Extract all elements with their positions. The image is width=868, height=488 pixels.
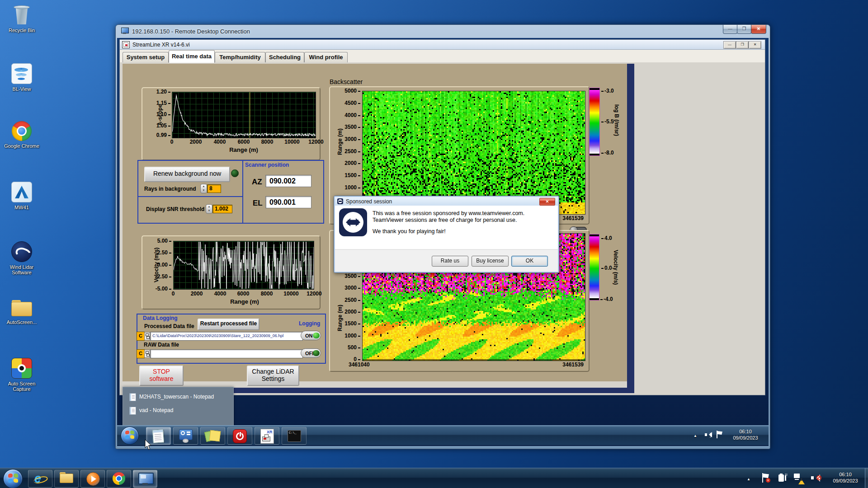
- change-lidar-settings-button[interactable]: Change LiDARSettings: [247, 366, 299, 386]
- axis-tick: 3500: [341, 273, 360, 279]
- show-desktop-button[interactable]: [865, 468, 868, 488]
- remote-clock[interactable]: 06:10 09/09/2023: [725, 428, 766, 441]
- axis-tick: 4000: [211, 139, 229, 145]
- rdp-titlebar[interactable]: 192.168.0.150 - Remote Desktop Connectio…: [116, 25, 770, 38]
- taskbar-chrome-button[interactable]: [107, 470, 131, 488]
- axis-tick: 0: [164, 291, 182, 296]
- tab-wind-profile[interactable]: Wind profile: [304, 52, 348, 62]
- snr-value[interactable]: 1.002: [212, 205, 232, 213]
- volume-icon[interactable]: [705, 432, 712, 438]
- app-titlebar[interactable]: StreamLine XR v14-6.vi — ❐ ✕: [120, 40, 765, 50]
- network-icon[interactable]: [794, 474, 805, 483]
- velocity-plot[interactable]: [173, 241, 314, 290]
- processed-data-file-label: Processed Data file: [144, 323, 194, 329]
- rays-value[interactable]: 8: [207, 184, 221, 193]
- chrome-icon: [113, 472, 125, 485]
- rate-us-button[interactable]: Rate us: [432, 256, 468, 267]
- processed-path-type-icon: [144, 332, 150, 340]
- tray-expand-icon[interactable]: ▲: [693, 433, 697, 439]
- axis-tick: 3000: [341, 136, 360, 142]
- remote-start-button[interactable]: [121, 427, 139, 445]
- snr-spinner[interactable]: ▲▼: [206, 204, 212, 214]
- velocity-colorbar-label: Velocity (m/s): [613, 239, 619, 296]
- tab-temp-humidity[interactable]: Temp/humidity: [215, 52, 265, 62]
- processed-logging-toggle[interactable]: ON: [301, 331, 321, 340]
- axis-tick: 2000: [188, 291, 206, 296]
- desktop-icon-wind-lidar[interactable]: Wind Lidar Software: [1, 241, 42, 275]
- tray-expand-icon[interactable]: ▲: [747, 476, 750, 483]
- app-minimize-button[interactable]: —: [723, 41, 736, 49]
- rdp-window-title: 192.168.0.150 - Remote Desktop Connectio…: [132, 28, 250, 35]
- axis-tick: 1000: [341, 185, 360, 190]
- dialog-close-button[interactable]: ✕: [539, 198, 555, 206]
- raw-path-field[interactable]: [150, 349, 303, 358]
- taskbar-rdp-button[interactable]: [133, 470, 157, 488]
- desktop-icon-google-chrome[interactable]: Google Chrome: [1, 121, 42, 149]
- rdp-close-button[interactable]: ✕: [751, 25, 766, 34]
- xr-app-icon: XR: [260, 429, 274, 444]
- off-led: [313, 350, 320, 356]
- snr-threshold-label: Display SNR threshold: [146, 206, 204, 212]
- rdp-window: 192.168.0.150 - Remote Desktop Connectio…: [115, 24, 770, 449]
- taskbar-xr-app-button[interactable]: XR: [255, 427, 279, 445]
- dialog-titlebar[interactable]: Sponsored session ✕: [335, 197, 558, 206]
- desktop-icon-auto-screen-capture[interactable]: Auto Screen Capture: [1, 358, 42, 392]
- jumplist-item[interactable]: M2HATS_towerscan - Notepad: [127, 391, 230, 403]
- command-prompt-icon: C:\_: [288, 430, 301, 442]
- axis-tick: 5.00: [152, 238, 171, 244]
- taskbar-display-settings-button[interactable]: [173, 427, 198, 445]
- ascope-xlabel: Range (m): [210, 146, 278, 153]
- restart-processed-file-button[interactable]: Restart processed file: [198, 319, 259, 330]
- axis-tick: 2.50: [152, 250, 171, 255]
- desktop-icon-autoscreen-folder[interactable]: AutoScreen...: [1, 300, 42, 325]
- el-value[interactable]: 090.001: [265, 196, 311, 208]
- desktop-icon-bl-view[interactable]: BL-View: [1, 63, 42, 92]
- desktop: Recycle Bin BL-View Google Chrome MW41 W…: [0, 0, 868, 488]
- renew-background-button[interactable]: Renew background now: [144, 167, 230, 182]
- teamviewer-logo: [339, 208, 367, 236]
- action-center-flag-icon[interactable]: [717, 431, 723, 438]
- ok-button[interactable]: OK: [511, 256, 548, 267]
- notepad-icon: [129, 393, 136, 401]
- tab-real-time-data[interactable]: Real time data: [169, 50, 215, 63]
- rdp-maximize-button[interactable]: ❐: [737, 25, 751, 34]
- buy-license-button[interactable]: Buy license: [472, 256, 509, 267]
- action-center-flag-icon[interactable]: x: [762, 473, 770, 483]
- logging-label: Logging: [299, 320, 320, 327]
- taskbar-explorer-button[interactable]: [54, 470, 79, 488]
- desktop-icon-mw41[interactable]: MW41: [1, 182, 42, 210]
- notepad-jumplist: M2HATS_towerscan - Notepad vad - Notepad: [123, 387, 234, 426]
- remote-desktop: StreamLine XR v14-6.vi — ❐ ✕ System setu…: [117, 38, 769, 446]
- auto-screen-capture-icon: [11, 358, 32, 379]
- dialog-footer: Rate us Buy license OK: [335, 249, 558, 272]
- host-clock[interactable]: 06:10 09/09/2023: [826, 471, 864, 484]
- taskbar-shutdown-app-button[interactable]: [227, 427, 252, 445]
- taskbar-ie-button[interactable]: e: [28, 470, 52, 488]
- az-label: AZ: [252, 178, 262, 187]
- tab-scheduling[interactable]: Scheduling: [265, 52, 304, 62]
- backscatter-colorbar: [590, 88, 599, 155]
- axis-tick: 1.20: [154, 89, 170, 94]
- rays-spinner[interactable]: ▲▼: [200, 184, 207, 193]
- start-button[interactable]: [3, 469, 23, 488]
- processed-drive-box[interactable]: C: [137, 332, 145, 341]
- taskbar-media-player-button[interactable]: [80, 470, 105, 488]
- axis-tick: 6000: [235, 139, 253, 145]
- taskbar-cmd-button[interactable]: C:\_: [282, 427, 307, 445]
- desktop-icon-recycle-bin[interactable]: Recycle Bin: [1, 5, 42, 33]
- processed-path-field[interactable]: C:\Lidar\Data\Proc\2023\202309\20230909\…: [150, 332, 303, 341]
- jumplist-item[interactable]: vad - Notepad: [127, 404, 230, 416]
- raw-drive-box[interactable]: C: [137, 349, 145, 358]
- ascope-plot[interactable]: [172, 92, 316, 138]
- az-value[interactable]: 090.002: [265, 175, 311, 187]
- taskbar-sticky-notes-button[interactable]: [200, 427, 225, 445]
- tab-system-setup[interactable]: System setup: [123, 52, 169, 62]
- stop-software-button[interactable]: STOPsoftware: [139, 366, 184, 386]
- battery-icon[interactable]: [778, 474, 788, 482]
- volume-muted-icon[interactable]: [811, 474, 822, 482]
- app-close-button[interactable]: ✕: [749, 41, 761, 49]
- app-maximize-button[interactable]: ❐: [736, 41, 749, 49]
- internet-explorer-icon: e: [34, 472, 46, 484]
- rdp-minimize-button[interactable]: —: [723, 25, 737, 34]
- raw-logging-toggle[interactable]: OFF: [301, 348, 321, 358]
